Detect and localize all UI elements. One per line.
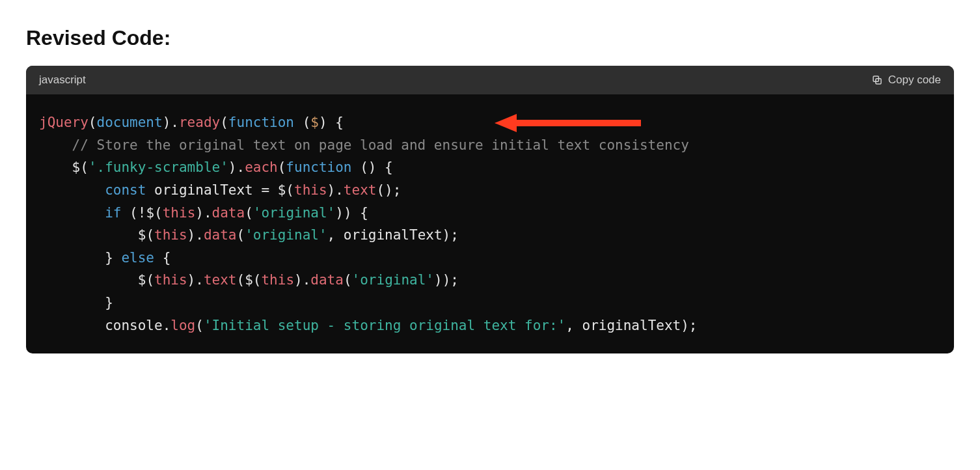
section-heading: Revised Code:: [26, 26, 954, 50]
code-header: javascript Copy code: [26, 66, 954, 94]
copy-icon: [871, 74, 883, 86]
copy-code-label: Copy code: [888, 74, 941, 87]
code-content: jQuery(document).ready(function ($) { //…: [39, 111, 941, 337]
language-label: javascript: [39, 74, 86, 87]
code-block: javascript Copy code jQuery(document).re…: [26, 66, 954, 353]
code-body[interactable]: jQuery(document).ready(function ($) { //…: [26, 94, 954, 353]
copy-code-button[interactable]: Copy code: [871, 74, 941, 87]
